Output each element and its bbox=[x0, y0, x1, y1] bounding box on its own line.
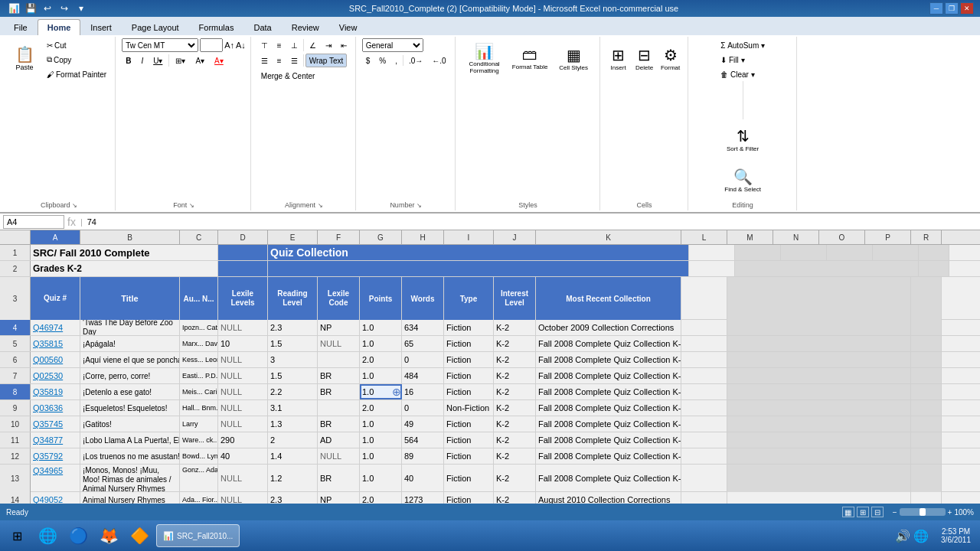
cell-styles-button[interactable]: ▦ Cell Styles bbox=[553, 38, 595, 78]
cell-l6[interactable] bbox=[681, 352, 727, 367]
conditional-formatting-button[interactable]: 📊 Conditional Formatting bbox=[462, 38, 508, 78]
cell-g10[interactable]: 1.0 bbox=[360, 416, 402, 432]
cell-l5[interactable] bbox=[681, 336, 727, 351]
cell-f6[interactable] bbox=[318, 352, 360, 367]
cell-d5[interactable]: 10 bbox=[218, 336, 268, 351]
cell-h9[interactable]: 0 bbox=[402, 400, 444, 416]
close-btn[interactable]: ✕ bbox=[960, 2, 974, 15]
wrap-text-button[interactable]: Wrap Text bbox=[305, 54, 348, 67]
copy-button[interactable]: ⧉ Copy bbox=[43, 53, 110, 67]
row-num-12[interactable]: 12 bbox=[0, 448, 31, 464]
cell-l1[interactable] bbox=[689, 245, 735, 260]
cell-j11[interactable]: K-2 bbox=[494, 432, 536, 448]
fill-color-button[interactable]: A▾ bbox=[191, 54, 208, 67]
header-quiz-num[interactable]: Quiz # bbox=[31, 277, 80, 320]
tab-insert[interactable]: Insert bbox=[80, 19, 122, 35]
cell-c8[interactable]: Meis... Cari... bbox=[180, 384, 218, 399]
excel-taskbar-app[interactable]: 📊 SRC_Fall2010... bbox=[156, 524, 240, 547]
header-interest-level[interactable]: Interest Level bbox=[494, 277, 536, 320]
bold-button[interactable]: B bbox=[122, 54, 135, 67]
cell-c14[interactable]: Ada... Fior... bbox=[180, 492, 218, 504]
cell-c10[interactable]: Larry bbox=[180, 416, 218, 432]
cell-a14[interactable]: Q49052 bbox=[31, 492, 80, 504]
header-reading-level[interactable]: Reading Level bbox=[268, 277, 318, 320]
italic-button[interactable]: I bbox=[137, 54, 147, 67]
cell-a2[interactable]: Grades K-2 bbox=[31, 261, 218, 276]
cell-i11[interactable]: Fiction bbox=[444, 432, 494, 448]
number-format-select[interactable]: General bbox=[362, 38, 423, 52]
header-lexile-code[interactable]: Lexile Code bbox=[318, 277, 360, 320]
format-table-button[interactable]: 🗃 Format Table bbox=[509, 38, 551, 78]
col-header-m[interactable]: M bbox=[727, 230, 773, 244]
cell-i10[interactable]: Fiction bbox=[444, 416, 494, 432]
col-header-a[interactable]: A bbox=[31, 230, 80, 244]
col-header-i[interactable]: I bbox=[444, 230, 494, 244]
cell-h8[interactable]: 16 bbox=[402, 384, 444, 399]
cell-d9[interactable]: NULL bbox=[218, 400, 268, 416]
cell-f11[interactable]: AD bbox=[318, 432, 360, 448]
cell-k4[interactable]: October 2009 Collection Corrections bbox=[536, 320, 681, 335]
comma-button[interactable]: , bbox=[391, 54, 401, 67]
cell-e13[interactable]: 1.2 bbox=[268, 465, 318, 492]
indent-increase-button[interactable]: ⇥ bbox=[322, 38, 335, 52]
cell-f13[interactable]: BR bbox=[318, 465, 360, 492]
cell-i12[interactable]: Fiction bbox=[444, 448, 494, 464]
cell-g4[interactable]: 1.0 bbox=[360, 320, 402, 335]
cell-j10[interactable]: K-2 bbox=[494, 416, 536, 432]
cell-b7[interactable]: ¡Corre, perro, corre! bbox=[80, 368, 180, 383]
fill-button[interactable]: ⬇ Fill ▾ bbox=[717, 53, 748, 67]
cell-g6[interactable]: 2.0 bbox=[360, 352, 402, 367]
col-header-o[interactable]: O bbox=[819, 230, 865, 244]
header-words[interactable]: Words bbox=[402, 277, 444, 320]
decrease-decimal-button[interactable]: ←.0 bbox=[428, 54, 449, 67]
cell-l14[interactable] bbox=[681, 492, 727, 504]
cell-a10[interactable]: Q35745 bbox=[31, 416, 80, 432]
cell-b14[interactable]: Animal Nursery Rhymes bbox=[80, 492, 180, 504]
cell-d13[interactable]: NULL bbox=[218, 465, 268, 492]
cell-d1-title[interactable]: Quiz Collection bbox=[268, 245, 689, 260]
cell-f9[interactable] bbox=[318, 400, 360, 416]
cell-b5[interactable]: ¡Apágala! bbox=[80, 336, 180, 351]
tab-home[interactable]: Home bbox=[38, 19, 81, 35]
row-num-14[interactable]: 14 bbox=[0, 492, 31, 504]
system-tray-icon1[interactable]: 🔊 bbox=[895, 529, 910, 543]
cell-d1[interactable] bbox=[218, 245, 268, 260]
cell-l2[interactable] bbox=[689, 261, 735, 276]
cell-a1[interactable]: SRC/ Fall 2010 Complete bbox=[31, 245, 218, 260]
cell-d12[interactable]: 40 bbox=[218, 448, 268, 464]
cell-k14[interactable]: August 2010 Collection Corrections bbox=[536, 492, 681, 504]
cell-b4[interactable]: 'Twas The Day Before Zoo Day bbox=[80, 320, 180, 335]
cell-i5[interactable]: Fiction bbox=[444, 336, 494, 351]
tab-data[interactable]: Data bbox=[243, 19, 281, 35]
align-center-button[interactable]: ≡ bbox=[273, 54, 286, 67]
cell-j12[interactable]: K-2 bbox=[494, 448, 536, 464]
cell-k10[interactable]: Fall 2008 Complete Quiz Collection K-2 bbox=[536, 416, 681, 432]
cell-k6[interactable]: Fall 2008 Complete Quiz Collection K-2 bbox=[536, 352, 681, 367]
cell-k9[interactable]: Fall 2008 Complete Quiz Collection K-2 bbox=[536, 400, 681, 416]
align-left-button[interactable]: ☰ bbox=[257, 54, 272, 67]
cell-g12[interactable]: 1.0 bbox=[360, 448, 402, 464]
currency-button[interactable]: $ bbox=[362, 54, 374, 67]
cell-f14[interactable]: NP bbox=[318, 492, 360, 504]
cell-n1[interactable] bbox=[781, 245, 827, 260]
cell-b13[interactable]: ¡Monos, Monos! ¡Muu, Moo! Rimas de anima… bbox=[80, 465, 180, 492]
cut-button[interactable]: ✂ Cut bbox=[43, 38, 110, 52]
cell-d2[interactable] bbox=[218, 261, 268, 276]
normal-view-btn[interactable]: ▦ bbox=[842, 507, 854, 517]
cell-a8[interactable]: Q35819 bbox=[31, 384, 80, 399]
cell-j8[interactable]: K-2 bbox=[494, 384, 536, 399]
cell-c6[interactable]: Kess... Leon... bbox=[180, 352, 218, 367]
cell-d7[interactable]: NULL bbox=[218, 368, 268, 383]
cell-e4[interactable]: 2.3 bbox=[268, 320, 318, 335]
row-num-11[interactable]: 11 bbox=[0, 432, 31, 448]
cell-i13[interactable]: Fiction bbox=[444, 465, 494, 492]
restore-btn[interactable]: ❐ bbox=[945, 2, 959, 15]
cell-r2[interactable] bbox=[919, 261, 949, 276]
zoom-slider[interactable] bbox=[900, 508, 946, 516]
increase-decimal-button[interactable]: .0→ bbox=[405, 54, 426, 67]
system-tray-icon2[interactable]: 🌐 bbox=[913, 529, 929, 543]
cell-b12[interactable]: ¡Los truenos no me asustan! bbox=[80, 448, 180, 464]
cell-b6[interactable]: ¡Aquí viene el que se poncha! bbox=[80, 352, 180, 367]
cell-l4[interactable] bbox=[681, 320, 727, 335]
cell-a5[interactable]: Q35815 bbox=[31, 336, 80, 351]
